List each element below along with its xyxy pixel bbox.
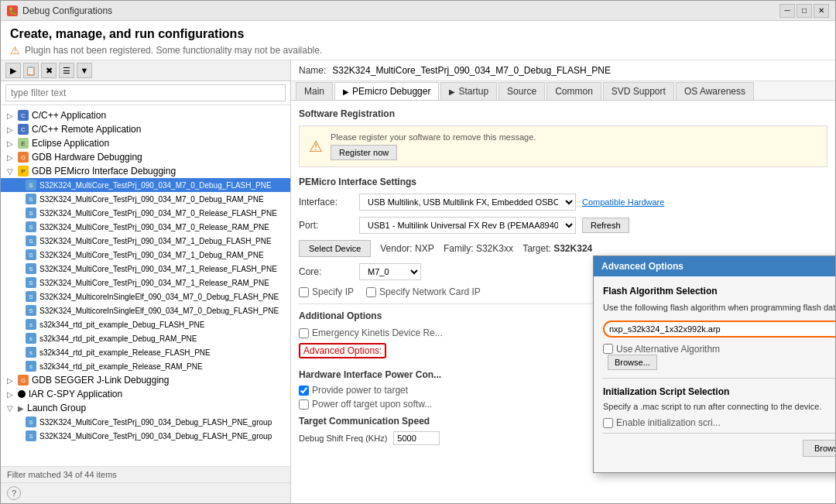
- interface-select[interactable]: USB Multilink, USB Multilink FX, Embedde…: [359, 194, 576, 211]
- tree-label: Eclipse Application: [32, 138, 109, 149]
- enable-init-label[interactable]: Enable initialization scri...: [603, 417, 835, 428]
- toolbar-new-button[interactable]: ▶: [5, 63, 21, 78]
- tree-item-launch-group[interactable]: ▽ ▶ Launch Group: [1, 401, 290, 415]
- tree-label: S32K324_MultiCore_TestPrj_090_034_M7_1_D…: [39, 251, 264, 259]
- use-alt-checkbox[interactable]: [603, 344, 613, 354]
- register-now-button[interactable]: Register now: [331, 145, 397, 160]
- refresh-button[interactable]: Refresh: [582, 218, 629, 233]
- port-row: Port: USB1 - Multilink Universal FX Rev …: [299, 217, 827, 234]
- tree-item-config2[interactable]: S S32K324_MultiCore_TestPrj_090_034_M7_0…: [1, 192, 290, 206]
- core-label: Core:: [299, 266, 353, 277]
- debug-configurations-window: 🐛 Debug Configurations ─ □ ✕ Create, man…: [0, 0, 836, 504]
- tree-label: S32K324_MultiCore_TestPrj_090_034_Debug_…: [39, 418, 272, 427]
- specify-ip-label[interactable]: Specify IP: [299, 286, 354, 297]
- specify-network-label[interactable]: Specify Network Card IP: [366, 286, 481, 297]
- toolbar-copy-button[interactable]: 📋: [23, 63, 39, 78]
- power-off-checkbox[interactable]: [299, 399, 309, 410]
- tab-os[interactable]: OS Awareness: [676, 82, 754, 100]
- port-label: Port:: [299, 220, 353, 231]
- maximize-button[interactable]: □: [797, 4, 812, 18]
- tree-item-config8[interactable]: S S32K324_MultiCore_TestPrj_090_034_M7_1…: [1, 276, 290, 290]
- tree-label: s32k344_rtd_pit_example_Release_FLASH_PN…: [39, 348, 211, 357]
- title-bar-left: 🐛 Debug Configurations: [7, 5, 112, 16]
- right-panel: Name: S32K324_MultiCore_TestPrj_090_034_…: [291, 60, 835, 503]
- cc-remote-icon: C: [18, 124, 29, 135]
- tree-label: C/C++ Application: [32, 110, 106, 121]
- enable-init-row: Enable initialization scri...: [603, 417, 835, 428]
- provide-power-checkbox[interactable]: [299, 386, 309, 396]
- tree-item-eclipse[interactable]: ▷ E Eclipse Application: [1, 136, 290, 150]
- close-button[interactable]: ✕: [814, 4, 829, 18]
- tree-item-cc-app[interactable]: ▷ C C/C++ Application: [1, 108, 290, 122]
- device-row: Select Device Vendor: NXP Family: S32K3x…: [299, 240, 827, 257]
- interface-settings-title: PEMicro Interface Settings: [299, 177, 827, 187]
- use-alt-label[interactable]: Use Alternative Algorithm: [603, 344, 835, 355]
- segger-icon: G: [18, 375, 29, 386]
- tree-item-config1[interactable]: S S32K324_MultiCore_TestPrj_090_034_M7_0…: [1, 178, 290, 192]
- tree-item-config14[interactable]: s s32k344_rtd_pit_example_Release_RAM_PN…: [1, 359, 290, 373]
- tree-item-iar[interactable]: ▷ IAR C-SPY Application: [1, 387, 290, 401]
- tree-item-gdb-hw[interactable]: ▷ G GDB Hardware Debugging: [1, 150, 290, 164]
- content-area: ▶ 📋 ✖ ☰ ▼ ▷ C C/C++ Application ▷ C: [1, 60, 835, 503]
- algo-input[interactable]: [603, 321, 835, 338]
- expand-icon: ▷: [7, 125, 15, 134]
- tab-startup[interactable]: ▶ Startup: [440, 82, 497, 100]
- compatible-hardware-link[interactable]: Compatible Hardware: [582, 197, 664, 207]
- warning-bar: ⚠ Plugin has not been registered. Some f…: [10, 44, 826, 57]
- tree-label: s32k344_rtd_pit_example_Debug_RAM_PNE: [39, 334, 197, 343]
- config-name-label: Name:: [299, 65, 326, 76]
- tree-item-config6[interactable]: S S32K324_MultiCore_TestPrj_090_034_M7_1…: [1, 248, 290, 262]
- tab-svd[interactable]: SVD Support: [603, 82, 674, 100]
- power-off-text: Power off target upon softw...: [312, 399, 432, 410]
- tree-item-config12[interactable]: s s32k344_rtd_pit_example_Debug_RAM_PNE: [1, 331, 290, 345]
- dialog-left: Flash Algorithm Selection Use the follow…: [603, 286, 835, 463]
- warning-icon: ⚠: [10, 44, 20, 57]
- browse-btn-inline[interactable]: Browse...: [608, 355, 657, 370]
- tree-item-config5[interactable]: S S32K324_MultiCore_TestPrj_090_034_M7_1…: [1, 234, 290, 248]
- interface-label: Interface:: [299, 197, 353, 207]
- tree-item-config4[interactable]: S S32K324_MultiCore_TestPrj_090_034_M7_0…: [1, 220, 290, 234]
- enable-init-text: Enable initialization scri...: [616, 417, 721, 428]
- tree-item-config13[interactable]: s s32k344_rtd_pit_example_Release_FLASH_…: [1, 345, 290, 359]
- tree-item-gdb-pemicro[interactable]: ▽ P GDB PEMicro Interface Debugging: [1, 164, 290, 178]
- expand-icon: ▽: [7, 167, 15, 176]
- specify-ip-checkbox[interactable]: [299, 287, 309, 297]
- emergency-text: Emergency Kinetis Device Re...: [312, 327, 443, 338]
- title-bar-controls: ─ □ ✕: [779, 4, 829, 18]
- registration-box: ⚠ Please register your software to remov…: [299, 125, 827, 167]
- tree-item-config11[interactable]: s s32k344_rtd_pit_example_Debug_FLASH_PN…: [1, 317, 290, 331]
- enable-init-checkbox[interactable]: [603, 418, 613, 428]
- toolbar-more-button[interactable]: ▼: [77, 63, 92, 78]
- tree-label: S32K324_MultiCore_TestPrj_090_034_Debug_…: [39, 432, 272, 441]
- init-script-desc: Specify a .mac script to run after conne…: [603, 400, 835, 413]
- tree-item-launch2[interactable]: S S32K324_MultiCore_TestPrj_090_034_Debu…: [1, 429, 290, 443]
- toolbar-delete-button[interactable]: ✖: [41, 63, 57, 78]
- tree-item-cc-remote[interactable]: ▷ C C/C++ Remote Application: [1, 122, 290, 136]
- sw-reg-title: Software Registration: [299, 108, 827, 119]
- specify-network-checkbox[interactable]: [366, 287, 376, 297]
- config-icon: S: [26, 249, 36, 260]
- tree-item-gdb-segger[interactable]: ▷ G GDB SEGGER J-Link Debugging: [1, 373, 290, 387]
- tree-item-launch1[interactable]: S S32K324_MultiCore_TestPrj_090_034_Debu…: [1, 415, 290, 429]
- tab-main[interactable]: Main: [296, 82, 333, 100]
- debug-shift-input[interactable]: [393, 431, 440, 445]
- tab-pemicro[interactable]: ▶ PEmicro Debugger: [334, 82, 439, 101]
- toolbar-filter-button[interactable]: ☰: [59, 63, 74, 78]
- emergency-checkbox[interactable]: [299, 328, 309, 338]
- tree-item-config10[interactable]: S S32K324_MulticoreInSingleElf_090_034_M…: [1, 303, 290, 317]
- init-script-title: Initialization Script Selection: [603, 386, 835, 397]
- tab-source[interactable]: Source: [499, 82, 545, 100]
- search-input[interactable]: [5, 84, 286, 101]
- launch-item-icon: S: [26, 417, 36, 427]
- tab-common[interactable]: Common: [546, 82, 601, 100]
- browse-footer-button[interactable]: Browse...: [803, 440, 835, 457]
- tree-item-config3[interactable]: S S32K324_MultiCore_TestPrj_090_034_M7_0…: [1, 206, 290, 220]
- config-icon: s: [26, 347, 36, 358]
- port-select[interactable]: USB1 - Multilink Universal FX Rev B (PEM…: [359, 217, 576, 234]
- tree-label: S32K324_MultiCore_TestPrj_090_034_M7_0_D…: [39, 181, 272, 190]
- select-device-button[interactable]: Select Device: [299, 240, 371, 257]
- tree-item-config9[interactable]: S S32K324_MulticoreInSingleElf_090_034_M…: [1, 290, 290, 303]
- tree-item-config7[interactable]: S S32K324_MultiCore_TestPrj_090_034_M7_1…: [1, 262, 290, 276]
- minimize-button[interactable]: ─: [779, 4, 795, 18]
- core-select[interactable]: M7_0: [359, 263, 421, 280]
